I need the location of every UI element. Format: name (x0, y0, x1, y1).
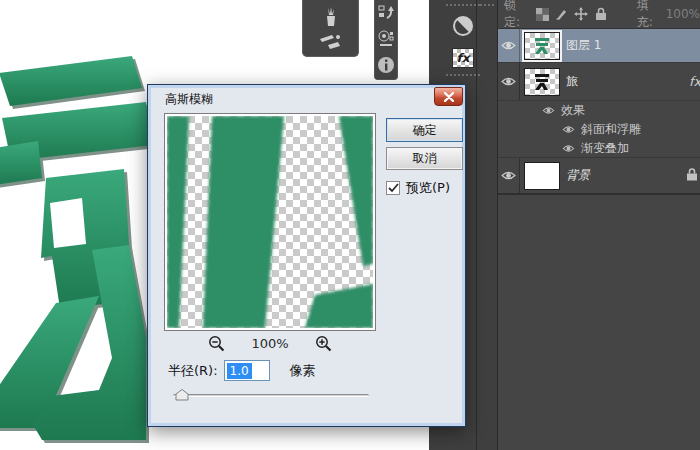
radius-label: 半径(R): (168, 362, 218, 380)
zoom-in-icon (315, 335, 332, 352)
zoom-out-icon (208, 335, 225, 352)
layer-name[interactable]: 图层 1 (566, 37, 601, 54)
checkmark-icon (388, 183, 399, 193)
visibility-eye-icon[interactable] (562, 125, 575, 134)
history-panel-icon[interactable] (378, 4, 394, 22)
visibility-eye-icon[interactable] (562, 144, 575, 153)
ok-button-label: 确定 (413, 122, 437, 139)
effect-row-gradient-overlay[interactable]: 渐变叠加 (498, 139, 700, 158)
layer-thumbnail[interactable] (524, 162, 560, 190)
dock-grip-handle-2[interactable] (480, 4, 494, 6)
adjustments-panel-icon[interactable] (451, 14, 475, 38)
layer-lock-icon (686, 167, 698, 184)
dock-grip-handle-3[interactable] (446, 74, 480, 76)
brush-presets-icon[interactable] (319, 6, 343, 28)
preview-zoom-level: 100% (251, 336, 288, 351)
ok-button[interactable]: 确定 (386, 118, 463, 142)
green-text-artwork (0, 48, 164, 448)
close-icon (444, 92, 454, 102)
blur-preview-image[interactable] (167, 116, 373, 328)
visibility-eye-icon[interactable] (498, 63, 520, 100)
layers-lock-bar: 锁定: (498, 0, 700, 29)
styles-panel-icon[interactable] (378, 30, 394, 48)
gaussian-blur-dialog: 高斯模糊 (147, 84, 466, 427)
zoom-out-button[interactable] (208, 335, 225, 352)
preview-checkbox[interactable] (386, 181, 400, 195)
layer-row-lv[interactable]: 旅 fx (498, 63, 700, 101)
visibility-eye-icon[interactable] (498, 158, 520, 193)
effect-label-bevel-emboss[interactable]: 斜面和浮雕 (581, 121, 641, 138)
fill-label: 填充: (637, 0, 662, 31)
effects-group-row[interactable]: 效果 (498, 101, 700, 120)
radius-control-row: 半径(R): 1.0 像素 (168, 360, 316, 381)
dialog-title: 高斯模糊 (165, 91, 213, 108)
radius-slider-thumb[interactable] (175, 389, 189, 401)
radius-value: 1.0 (227, 363, 252, 379)
layer-styles-fx-icon[interactable]: fx (451, 46, 475, 70)
cancel-button-label: 取消 (413, 150, 437, 167)
lock-image-pixels-icon[interactable] (555, 7, 569, 22)
visibility-eye-icon[interactable] (542, 106, 555, 115)
radius-unit-label: 像素 (290, 362, 316, 380)
radius-input[interactable]: 1.0 (224, 360, 270, 381)
fx-badge[interactable]: fx (689, 74, 700, 89)
layer-row-layer1[interactable]: 图层 1 (498, 29, 700, 63)
layer-thumbnail[interactable] (524, 68, 560, 96)
zoom-in-button[interactable] (315, 335, 332, 352)
lock-position-icon[interactable] (574, 7, 588, 22)
brush-tools-flyout (302, 0, 359, 57)
dock-grip-handle[interactable] (446, 4, 480, 6)
close-button[interactable] (434, 87, 463, 106)
effects-group-label[interactable]: 效果 (561, 102, 585, 119)
preview-checkbox-row: 预览(P) (386, 179, 450, 197)
layers-panel-empty-area (498, 194, 700, 450)
panel-icon-strip (374, 0, 398, 80)
lock-all-icon[interactable] (594, 7, 608, 22)
layer-name[interactable]: 背景 (566, 167, 590, 184)
layer-row-background[interactable]: 背景 (498, 158, 700, 194)
layers-panel: 锁定: (497, 0, 700, 450)
cancel-button[interactable]: 取消 (386, 147, 463, 170)
layer-name[interactable]: 旅 (566, 73, 578, 90)
preview-checkbox-label: 预览(P) (406, 179, 450, 197)
radius-slider-track[interactable] (173, 394, 369, 397)
brush-airbrush-icon[interactable] (318, 31, 344, 51)
photoshop-workspace: fx 锁定: (0, 0, 700, 450)
lock-label: 锁定: (504, 0, 531, 31)
effect-label-gradient-overlay[interactable]: 渐变叠加 (581, 140, 629, 157)
preview-zoom-controls: 100% (164, 335, 376, 352)
lock-transparent-pixels-icon[interactable] (536, 7, 550, 22)
blur-preview-frame (164, 113, 376, 331)
effect-row-bevel[interactable]: 斜面和浮雕 (498, 120, 700, 139)
dock-divider (476, 0, 477, 450)
layer-thumbnail[interactable] (524, 32, 560, 60)
fill-value[interactable]: 100% (666, 7, 700, 21)
info-panel-icon[interactable] (377, 56, 395, 74)
visibility-eye-icon[interactable] (498, 29, 520, 62)
